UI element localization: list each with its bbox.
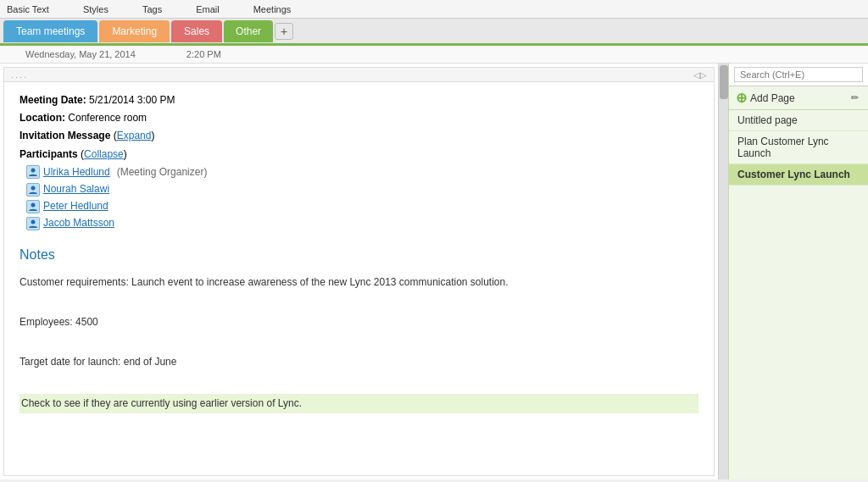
toolbar-tags[interactable]: Tags [142,4,162,14]
note-line-1: Customer requirements: Launch event to i… [19,274,698,292]
note-line-6 [19,374,698,392]
toolbar-styles[interactable]: Styles [83,4,108,14]
scrollbar-thumb[interactable] [720,65,728,99]
time-display: 2:20 PM [186,49,221,59]
note-line-5: Target date for launch: end of June [19,353,698,372]
note-content[interactable]: Meeting Date: 5/21/2014 3:00 PM Location… [4,82,714,440]
add-page-icon: ⊕ [736,90,747,106]
svg-point-2 [31,202,36,207]
scrollbar[interactable] [718,64,728,479]
notes-title: Notes [19,244,698,266]
page-item-customer[interactable]: Customer Lync Launch [729,164,868,186]
add-page-button[interactable]: ⊕ Add Page [736,90,795,106]
drag-handle[interactable]: .... [11,69,28,80]
pages-list: Untitled page Plan Customer Lync Launch … [729,110,868,479]
participant-role-1: (Meeting Organizer) [117,164,208,180]
meeting-date-label: Meeting Date: [19,94,86,106]
note-area: .... ◁▷ Meeting Date: 5/21/2014 3:00 PM … [0,64,728,479]
participant-icon-2 [26,183,40,197]
note-header-bar: .... ◁▷ [4,68,714,82]
resize-icon[interactable]: ◁▷ [693,70,707,80]
participant-icon-4 [26,217,40,230]
participant-name-2[interactable]: Nourah Salawi [43,181,109,197]
invitation-label: Invitation Message [19,130,110,141]
participants-close: ) [124,148,127,160]
tab-other[interactable]: Other [224,20,273,42]
participant-name-1[interactable]: Ulrika Hedlund [43,164,110,180]
participant-name-3[interactable]: Peter Hedlund [43,198,108,214]
note-line-4 [19,334,698,352]
cursor-line[interactable]: ​ [19,415,698,429]
svg-point-1 [31,186,36,190]
right-sidebar: ⊕ Add Page ✏ Untitled page Plan Customer… [728,64,868,479]
date-display: Wednesday, May 21, 2014 [25,49,136,59]
participants-label: Participants [19,148,78,160]
meeting-date-row: Meeting Date: 5/21/2014 3:00 PM [19,92,698,108]
tab-add-button[interactable]: + [275,23,293,40]
participants-list: Ulrika Hedlund (Meeting Organizer) Noura… [19,164,698,232]
note-inner: .... ◁▷ Meeting Date: 5/21/2014 3:00 PM … [3,67,715,476]
page-item-plan[interactable]: Plan Customer Lync Launch [729,131,868,164]
svg-point-0 [31,169,36,173]
toolbar-email[interactable]: Email [196,4,220,14]
participants-row: Participants (Collapse) [19,147,698,163]
invitation-row: Invitation Message (Expand) [19,128,698,144]
tabs-row: Team meetings Marketing Sales Other + [0,19,868,46]
participant-icon-3 [26,200,40,213]
toolbar-meetings[interactable]: Meetings [253,4,292,14]
toolbar-basic-text[interactable]: Basic Text [7,4,49,14]
sidebar-search-container [729,64,868,86]
location-label: Location: [19,112,65,124]
participant-4: Jacob Mattsson [26,215,698,231]
date-row: Wednesday, May 21, 2014 2:20 PM [0,46,868,64]
invitation-expand-link[interactable]: Expand [117,130,152,141]
participant-icon-1 [26,165,40,179]
page-item-untitled[interactable]: Untitled page [729,110,868,131]
meeting-date-val: 5/21/2014 3:00 PM [89,94,175,106]
location-row: Location: Conference room [19,110,698,126]
toolbar: Basic Text Styles Tags Email Meetings [0,0,868,19]
note-wrapper: .... ◁▷ Meeting Date: 5/21/2014 3:00 PM … [0,64,728,479]
note-line-2 [19,294,698,313]
edit-icon[interactable]: ✏ [848,91,861,105]
location-val: Conference room [68,112,147,124]
svg-point-3 [31,219,36,224]
main-layout: .... ◁▷ Meeting Date: 5/21/2014 3:00 PM … [0,64,868,479]
note-line-7: Check to see if they are currently using… [19,394,698,414]
invitation-close: ) [151,130,154,141]
tab-sales[interactable]: Sales [171,20,222,42]
participant-1: Ulrika Hedlund (Meeting Organizer) [26,164,698,180]
participant-3: Peter Hedlund [26,198,698,214]
note-line-3: Employees: 4500 [19,313,698,332]
search-input[interactable] [734,67,863,82]
add-page-label: Add Page [750,92,795,104]
participant-2: Nourah Salawi [26,181,698,197]
note-body[interactable]: Customer requirements: Launch event to i… [19,274,698,429]
participants-collapse-link[interactable]: Collapse [84,148,124,160]
tab-team-meetings[interactable]: Team meetings [3,20,97,42]
tab-marketing[interactable]: Marketing [99,20,170,42]
participant-name-4[interactable]: Jacob Mattsson [43,215,114,231]
